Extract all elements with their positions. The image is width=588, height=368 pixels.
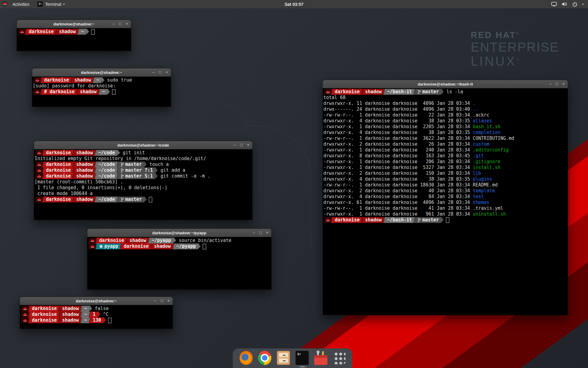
output-text: -rwxrwxr-x. 1 darknoise darknoise 961 Ja…	[323, 211, 473, 217]
logo-enterprise-text: ENTERPRISE	[471, 40, 559, 54]
window-titlebar[interactable]: darknoise@shadow:~ – □ ×	[20, 297, 173, 305]
close-button[interactable]: ×	[247, 141, 249, 149]
git-branch-icon	[121, 174, 124, 178]
volume-icon[interactable]	[562, 2, 567, 6]
output-text: drwxrwxr-x. 4 darknoise darknoise 38 Jan…	[323, 118, 473, 124]
redhat-menu-icon[interactable]	[2, 1, 8, 7]
window-title: darknoise@shadow:~/pyapp	[87, 231, 271, 235]
close-button[interactable]: ×	[266, 229, 268, 237]
maximize-button[interactable]: □	[259, 229, 262, 237]
terminal-content[interactable]: darknoiseshadow~ falsedarknoiseshadow~1 …	[20, 305, 173, 329]
prompt-line: darknoiseshadow~/codemaster ?:1 git add …	[35, 167, 252, 173]
minimize-button[interactable]: –	[112, 20, 115, 28]
minimize-button[interactable]: –	[253, 229, 255, 237]
output-text: drwxrwxr-x. 4 darknoise darknoise 38 Jan…	[323, 130, 473, 136]
files-icon[interactable]	[277, 351, 290, 365]
prompt-line: darknoiseshadow~/code git init	[35, 150, 252, 156]
close-button[interactable]: ×	[165, 68, 168, 76]
window-titlebar[interactable]: darknoise@shadow:~/code – □ ×	[34, 141, 252, 149]
app-menu-terminal[interactable]: $> Terminal ▾	[34, 1, 67, 7]
output-text: -rw-rw-r--. 1 darknoise darknoise 3622 J…	[323, 136, 473, 141]
output-text: [master (root-commit) 50bcb63] .	[35, 179, 123, 185]
terminal-window-bash-it: darknoise@shadow:~/bash-it – □ × darknoi…	[322, 80, 568, 315]
prompt-segment-path: ~/pyapp	[172, 243, 199, 249]
redhat-icon	[37, 151, 41, 155]
system-menu-chevron-icon[interactable]: ▾	[582, 2, 584, 6]
redhat-icon	[37, 174, 41, 178]
minimize-button[interactable]: –	[154, 297, 156, 305]
maximize-button[interactable]: □	[556, 80, 558, 88]
window-titlebar[interactable]: darknoise@shadow:~ – □ ×	[17, 20, 131, 28]
prompt-segment-host: shadow	[72, 197, 96, 202]
prompt-segment-branch: master ?:1	[117, 167, 156, 173]
minimize-button[interactable]: –	[234, 141, 236, 149]
dock: $>	[233, 348, 352, 368]
output-text: drwxrwxr-x. 61 darknoise darknoise 4096 …	[323, 200, 473, 205]
maximize-button[interactable]: □	[240, 141, 243, 149]
logo-redhat-text: RED HAT®	[471, 30, 559, 40]
maximize-button[interactable]: □	[161, 297, 163, 305]
minimize-button[interactable]: –	[549, 80, 551, 88]
window-titlebar[interactable]: darknoise@shadow:~/bash-it – □ ×	[323, 80, 568, 88]
git-branch-icon	[121, 168, 124, 173]
clock[interactable]: Sat 03:57	[0, 2, 588, 7]
prompt-line: darknoiseshadow~ sudo true	[33, 77, 171, 83]
terminal-window-code: darknoise@shadow:~/code – □ × darknoises…	[34, 141, 253, 220]
power-icon[interactable]	[572, 2, 577, 7]
prompt-line: darknoiseshadow~/codemaster touch a	[35, 162, 252, 167]
terminal-window-pyapp: darknoise@shadow:~/pyapp – □ × darknoise…	[87, 228, 272, 290]
output-text: drwxrwxr-x. 11 darknoise darknoise 4096 …	[323, 101, 473, 106]
terminal-icon[interactable]: $>	[296, 351, 309, 365]
prompt-segment-host: shadow	[72, 150, 96, 156]
prompt-line: darknoiseshadow~/bash-itmaster ls -la	[323, 89, 568, 95]
prompt-segment-branch: master	[117, 162, 145, 167]
minimize-button[interactable]: –	[152, 68, 154, 76]
toolbox-icon[interactable]	[314, 351, 327, 365]
prompt-segment-host: shadow	[76, 89, 100, 95]
terminal-content[interactable]: darknoiseshadow~ sudo true[sudo] passwor…	[32, 77, 171, 107]
prompt-segment-path: ~/code	[94, 173, 118, 179]
window-titlebar[interactable]: darknoise@shadow:~ – □ ×	[32, 68, 171, 77]
git-branch-icon	[121, 163, 124, 167]
activities-button[interactable]: Activities	[10, 1, 32, 7]
close-button[interactable]: ×	[167, 297, 170, 305]
display-icon[interactable]	[551, 2, 557, 6]
prompt-segment-host: shadow	[126, 238, 149, 243]
close-button[interactable]: ×	[126, 20, 128, 28]
prompt-segment-branch: master	[117, 197, 145, 202]
output-text: drwxrwxr-x. 2 darknoise darknoise 40 Jan…	[323, 188, 473, 194]
firefox-icon[interactable]	[239, 351, 253, 365]
output-line: drwxrwxr-x. 4 darknoise darknoise 38 Jan…	[323, 118, 568, 124]
app-grid-icon[interactable]	[333, 351, 345, 364]
output-text: test	[473, 194, 484, 200]
git-branch-icon	[418, 90, 421, 94]
prompt-segment-user: darknoise	[42, 197, 74, 202]
prompt-segment-host: shadow	[58, 306, 82, 312]
close-button[interactable]: ×	[562, 80, 565, 88]
output-text: .ackrc	[473, 112, 489, 118]
window-titlebar[interactable]: darknoise@shadow:~/pyapp – □ ×	[87, 229, 271, 237]
prompt-segment-user: darknoise	[95, 238, 127, 243]
output-line: -rwxrwxr-x. 1 darknoise darknoise 206 Ja…	[323, 159, 568, 165]
maximize-button[interactable]: □	[159, 68, 161, 76]
terminal-content[interactable]: darknoiseshadow~/bash-itmaster ls -latot…	[323, 88, 568, 315]
terminal-content[interactable]: darknoiseshadow~/pyapp source bin/activa…	[87, 237, 271, 289]
output-line: create mode 100644 a	[35, 191, 252, 197]
prompt-line: darknoiseshadow~1 ^C	[21, 312, 173, 317]
output-text: uninstall.sh	[473, 211, 506, 217]
prompt-segment-path: ~	[92, 77, 103, 83]
output-text: .	[473, 101, 476, 106]
output-line: drwxrwxr-x. 11 darknoise darknoise 4096 …	[323, 101, 568, 106]
terminal-content[interactable]: darknoiseshadow~/code git initInitialize…	[34, 149, 252, 220]
command-text: false	[92, 306, 109, 312]
output-text: custom	[473, 141, 489, 147]
redhat-icon	[37, 198, 41, 201]
command-text: git commit -a -m .	[158, 173, 210, 179]
output-line: [master (root-commit) 50bcb63] .	[35, 179, 252, 185]
output-line: -rw-rw-r--. 1 darknoise darknoise 18630 …	[323, 182, 568, 188]
terminal-content[interactable]: darknoiseshadow~	[17, 28, 131, 51]
maximize-button[interactable]: □	[119, 20, 122, 28]
output-line: [sudo] password for darknoise:	[33, 83, 171, 89]
chrome-icon[interactable]	[258, 351, 271, 365]
window-title: darknoise@shadow:~	[32, 70, 171, 75]
